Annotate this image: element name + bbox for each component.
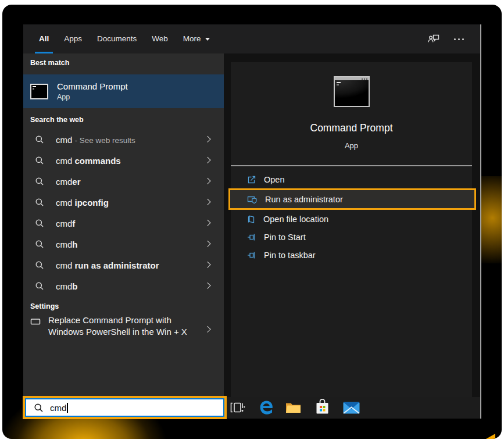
suggestion-note: - See web results	[75, 136, 135, 145]
search-icon	[35, 177, 44, 186]
chevron-down-icon	[205, 38, 210, 41]
microsoft-store-icon[interactable]	[316, 398, 329, 415]
search-query-text: cmd	[50, 403, 66, 413]
suggestion-row[interactable]: cmdh	[23, 234, 224, 255]
file-location-icon	[247, 215, 256, 224]
orange-spark-bottom-right	[486, 434, 495, 439]
action-label: Open file location	[263, 215, 328, 224]
screenshot-stage: All Apps Documents Web More Best matc	[0, 0, 504, 443]
search-icon	[35, 260, 44, 270]
pin-icon	[247, 233, 256, 242]
mail-icon[interactable]	[343, 402, 360, 414]
search-icon	[35, 240, 44, 249]
action-run-as-administrator[interactable]: Run as administrator	[228, 188, 476, 210]
insert-suggestion-icon[interactable]	[204, 178, 210, 184]
section-best-match: Best match	[30, 59, 69, 67]
suggestion-text: cmd run as administrator	[56, 260, 159, 270]
suggestion-row[interactable]: cmd ipconfig	[23, 192, 224, 213]
tab-documents[interactable]: Documents	[97, 24, 137, 53]
header-icons	[428, 24, 464, 53]
search-box-callout: cmd	[23, 396, 227, 419]
tab-more[interactable]: More	[183, 24, 210, 53]
web-suggestions-list: cmd - See web results cmd commands cmder…	[23, 129, 224, 296]
windows-search-flyout: All Apps Documents Web More Best matc	[23, 24, 481, 419]
suggestion-text: cmdb	[56, 281, 78, 291]
insert-suggestion-icon[interactable]	[204, 136, 210, 142]
preview-app-name: Command Prompt	[231, 122, 472, 134]
search-icon	[35, 219, 44, 228]
action-label: Run as administrator	[265, 195, 343, 204]
suggestion-row[interactable]: cmd commands	[23, 150, 224, 171]
search-filter-tabs: All Apps Documents Web More	[39, 24, 210, 53]
open-icon	[247, 175, 256, 184]
search-icon	[35, 281, 44, 291]
suggestion-row[interactable]: cmdf	[23, 213, 224, 234]
suggestion-row[interactable]: cmder	[23, 171, 224, 192]
suggestion-text: cmd - See web results	[56, 135, 135, 145]
search-icon	[34, 403, 44, 413]
best-match-text: Command Prompt App	[57, 81, 128, 101]
section-settings: Settings	[30, 302, 59, 310]
action-label: Pin to Start	[264, 233, 306, 242]
preview-panel: Command Prompt App Open	[231, 62, 472, 397]
text-cursor	[67, 403, 68, 413]
section-search-the-web: Search the web	[30, 116, 84, 124]
tab-all[interactable]: All	[39, 24, 49, 53]
more-options-icon[interactable]	[454, 38, 464, 40]
preview-app-type: App	[231, 141, 472, 150]
suggestion-text: cmd ipconfig	[56, 198, 109, 208]
insert-suggestion-icon[interactable]	[204, 283, 210, 289]
feedback-icon[interactable]	[428, 33, 440, 45]
task-view-icon[interactable]	[230, 401, 245, 414]
action-open[interactable]: Open	[231, 170, 472, 188]
best-match-result[interactable]: Command Prompt App	[23, 74, 224, 108]
best-match-title: Command Prompt	[57, 81, 128, 91]
tab-more-label: More	[183, 34, 201, 43]
insert-suggestion-icon[interactable]	[204, 241, 210, 247]
best-match-subtitle: App	[57, 93, 128, 101]
action-label: Pin to taskbar	[264, 251, 316, 260]
pin-icon	[247, 251, 256, 260]
settings-result[interactable]: Replace Command Prompt with Windows Powe…	[23, 315, 224, 337]
command-prompt-icon	[30, 84, 48, 99]
insert-suggestion-icon[interactable]	[204, 262, 210, 268]
tab-web[interactable]: Web	[152, 24, 168, 53]
insert-suggestion-icon[interactable]	[204, 157, 210, 163]
insert-suggestion-icon[interactable]	[204, 326, 210, 333]
suggestion-text: cmdh	[56, 240, 78, 249]
action-pin-to-start[interactable]: Pin to Start	[231, 228, 472, 246]
suggestion-row[interactable]: cmdb	[23, 276, 224, 296]
suggestion-row[interactable]: cmd - See web results	[23, 129, 224, 150]
search-header: All Apps Documents Web More	[23, 24, 480, 53]
search-icon	[35, 156, 44, 165]
action-pin-to-taskbar[interactable]: Pin to taskbar	[231, 246, 472, 264]
insert-suggestion-icon[interactable]	[204, 220, 210, 226]
insert-suggestion-icon[interactable]	[204, 199, 210, 205]
suggestion-text: cmdf	[56, 219, 75, 228]
results-panel: Best match Command Prompt App Search the…	[23, 53, 224, 397]
suggestion-row[interactable]: cmd run as administrator	[23, 255, 224, 276]
action-open-file-location[interactable]: Open file location	[231, 210, 472, 228]
run-as-admin-shield-icon	[247, 195, 258, 204]
command-prompt-icon	[334, 76, 370, 107]
suggestion-text: cmder	[56, 177, 81, 187]
file-explorer-icon[interactable]	[285, 401, 301, 413]
search-icon	[35, 198, 44, 207]
search-icon	[35, 135, 44, 144]
suggestion-text: cmd commands	[56, 156, 121, 166]
edge-icon[interactable]	[258, 399, 275, 416]
tab-apps[interactable]: Apps	[64, 24, 82, 53]
display-settings-icon	[30, 317, 41, 326]
settings-result-text: Replace Command Prompt with Windows Powe…	[48, 315, 187, 337]
action-label: Open	[264, 175, 284, 184]
preview-divider	[231, 165, 472, 166]
search-input[interactable]: cmd	[25, 398, 224, 417]
context-actions: Open Run as administrator	[231, 170, 472, 264]
